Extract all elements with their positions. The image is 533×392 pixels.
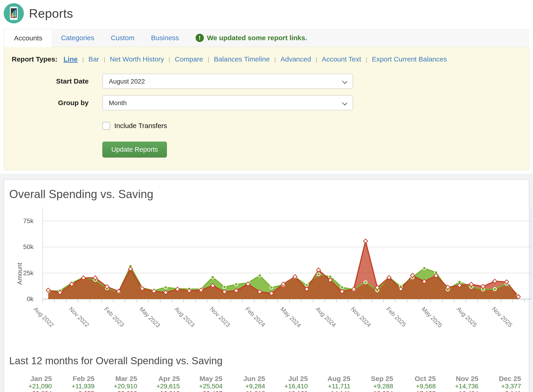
month-header: Jul 25: [266, 375, 309, 383]
spending-cell: -13,129: [266, 390, 309, 392]
month-header: Aug 25: [309, 375, 352, 383]
report-type-net-worth-history[interactable]: Net Worth History: [110, 55, 164, 63]
tab-custom[interactable]: Custom: [102, 29, 143, 47]
x-tick-label: May 2023: [138, 305, 162, 329]
saving-cell: +25,504: [181, 383, 224, 390]
x-tick-label: Aug 2022: [32, 305, 55, 329]
report-type-compare[interactable]: Compare: [175, 55, 203, 63]
saving-cell: +16,410: [266, 383, 309, 390]
include-transfers-row: Include Transfers: [102, 122, 520, 130]
spending-cell: -12,084: [352, 390, 395, 392]
separator: |: [270, 56, 281, 63]
x-tick-label: Nov 2022: [67, 305, 91, 329]
separator: |: [361, 56, 372, 63]
saving-marker[interactable]: [305, 284, 308, 287]
x-tick-label: Aug 2025: [455, 305, 478, 329]
saving-marker[interactable]: [235, 283, 238, 286]
month-header: Oct 25: [394, 375, 437, 383]
report-type-line[interactable]: Line: [63, 55, 78, 63]
spending-cell: -9,655: [53, 390, 96, 392]
start-date-row: Start Date August 2022: [12, 74, 520, 89]
app-header: Reports: [0, 0, 533, 25]
report-type-bar[interactable]: Bar: [88, 55, 99, 63]
saving-marker[interactable]: [340, 286, 344, 289]
filter-panel: Report Types: Line | Bar | Net Worth His…: [4, 47, 529, 171]
x-tick-label: Nov 2024: [349, 305, 373, 329]
saving-marker[interactable]: [317, 273, 320, 276]
saving-marker[interactable]: [493, 288, 496, 291]
month-header: Feb 25: [53, 375, 96, 383]
separator: |: [311, 56, 322, 63]
report-type-export-current-balances[interactable]: Export Current Balances: [372, 55, 447, 63]
saving-marker[interactable]: [223, 285, 226, 289]
saving-marker[interactable]: [258, 274, 262, 277]
report-type-account-text[interactable]: Account Text: [322, 55, 361, 63]
saving-cell: +3,377: [480, 383, 523, 390]
x-tick-label: Nov 2025: [491, 305, 514, 329]
report-card: Overall Spending vs. Saving Amount 0k25k…: [4, 179, 529, 392]
saving-cell: +11,711: [309, 383, 352, 390]
last-12-months-table: Jan 25Feb 25Mar 25Apr 25May 25Jun 25Jul …: [10, 375, 523, 392]
y-tick-label: 25k: [6, 270, 33, 277]
saving-cell: +9,288: [352, 383, 395, 390]
group-by-label: Group by: [12, 99, 102, 107]
saving-cell: +29,615: [138, 383, 181, 390]
x-tick-label: Feb 2024: [244, 305, 267, 328]
tab-accounts[interactable]: Accounts: [4, 29, 53, 47]
month-header: Jun 25: [224, 375, 266, 383]
separator: |: [203, 56, 214, 63]
report-types-label: Report Types:: [12, 55, 57, 63]
report-links-notice: ! We updated some report links.: [196, 29, 307, 47]
start-date-select-wrap: August 2022: [102, 74, 353, 89]
spending-marker[interactable]: [363, 239, 368, 243]
month-header: Nov 25: [437, 375, 480, 383]
spending-vs-saving-chart: Amount 0k25k50k75k Aug 2022Nov 2022Feb 2…: [4, 207, 529, 347]
notice-text: We updated some report links.: [207, 34, 307, 42]
saving-marker[interactable]: [423, 267, 426, 270]
spending-cell: -16,918: [138, 390, 181, 392]
report-type-advanced[interactable]: Advanced: [281, 55, 311, 63]
group-by-select[interactable]: Month: [102, 95, 353, 110]
x-tick-label: Aug 2024: [314, 305, 337, 329]
month-header: Apr 25: [138, 375, 181, 383]
tab-business[interactable]: Business: [143, 29, 187, 47]
update-reports-button[interactable]: Update Reports: [102, 142, 167, 158]
x-tick-label: May 2025: [420, 305, 444, 329]
alert-circle-icon: !: [196, 34, 204, 42]
x-tick-label: Feb 2023: [103, 305, 126, 328]
report-type-balances-timeline[interactable]: Balances Timeline: [214, 55, 270, 63]
y-tick-label: 0k: [6, 295, 33, 303]
chart-title: Overall Spending vs. Saving: [9, 187, 529, 201]
reports-page: Reports Accounts Categories Custom Busin…: [0, 0, 533, 392]
saving-marker[interactable]: [270, 286, 273, 289]
month-header: Sep 25: [352, 375, 395, 383]
spending-cell: -17,105: [394, 390, 437, 392]
separator: |: [164, 56, 175, 63]
saving-cell: +21,090: [10, 383, 53, 390]
saving-cell: +9,284: [224, 383, 266, 390]
y-tick-label: 50k: [6, 243, 33, 251]
saving-cell: +11,939: [53, 383, 96, 390]
saving-marker[interactable]: [364, 281, 367, 284]
include-transfers-checkbox[interactable]: [102, 122, 110, 130]
start-date-select[interactable]: August 2022: [102, 74, 353, 89]
spending-cell: -16,484: [437, 390, 480, 392]
start-date-label: Start Date: [12, 77, 102, 85]
group-by-row: Group by Month: [12, 95, 520, 110]
group-by-select-wrap: Month: [102, 95, 353, 110]
month-header: May 25: [181, 375, 224, 383]
saving-marker[interactable]: [164, 286, 167, 289]
tab-categories[interactable]: Categories: [53, 29, 102, 47]
spending-cell: -20,694: [10, 390, 53, 392]
saving-marker[interactable]: [211, 276, 214, 279]
x-tick-label: Nov 2023: [208, 305, 232, 329]
saving-cell: +20,910: [96, 383, 139, 390]
include-transfers-label: Include Transfers: [114, 122, 167, 130]
y-tick-label: 75k: [6, 217, 33, 225]
saving-cell: +9,568: [394, 383, 437, 390]
tabs-bar: Accounts Categories Custom Business ! We…: [4, 29, 529, 47]
spending-cell: -2,141: [480, 390, 523, 392]
report-section: Overall Spending vs. Saving Amount 0k25k…: [0, 174, 533, 392]
x-tick-label: Feb 2025: [385, 305, 408, 328]
x-tick-label: May 2024: [279, 305, 303, 329]
